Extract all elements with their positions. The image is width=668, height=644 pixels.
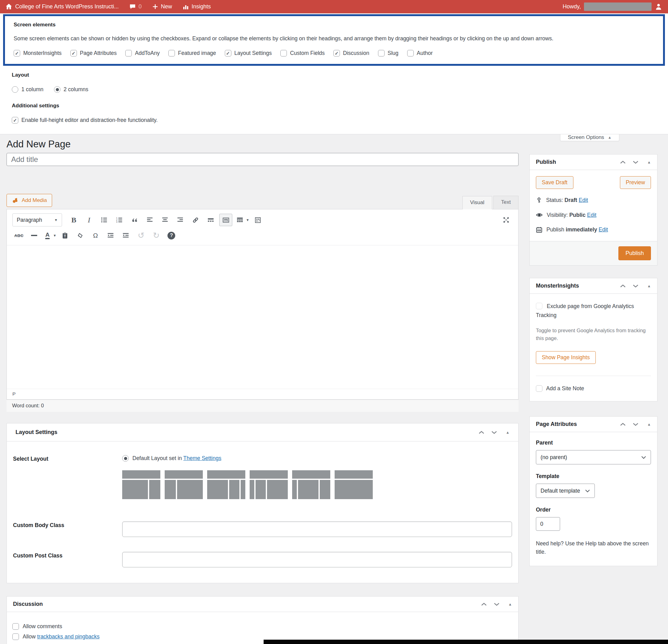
text-color-button[interactable]: A ▼ [43,229,57,242]
move-up-icon[interactable] [620,422,626,426]
outdent-icon[interactable] [104,229,117,242]
numbered-list-icon[interactable]: 123 [113,214,126,226]
word-count-bar: Word count: 0 [6,400,518,412]
screen-element-checkbox[interactable]: Custom Fields [280,50,325,57]
toggle-panel-icon[interactable]: ▲ [506,430,510,435]
move-up-icon[interactable] [620,284,626,288]
layout-thumbnail[interactable] [122,470,160,499]
discussion-title: Discussion [13,601,43,608]
bold-button[interactable]: B [67,214,80,226]
screen-element-checkbox[interactable]: Page Attributes [71,50,117,57]
publish-button[interactable]: Publish [618,246,651,260]
link-icon[interactable] [189,214,202,226]
layout-column-radio[interactable]: 1 column [12,86,43,93]
table-button[interactable]: ▼ [234,214,249,226]
layout-thumbnail[interactable] [207,470,245,499]
toolbar-toggle-icon[interactable] [219,214,232,226]
move-up-icon[interactable] [481,602,487,606]
layout-thumbnail[interactable] [292,470,330,499]
thumbnail-column-block [241,480,245,499]
toggle-panel-icon[interactable]: ▲ [647,160,651,164]
align-center-icon[interactable] [158,214,171,226]
screen-element-checkbox[interactable]: Author [407,50,433,57]
align-right-icon[interactable] [174,214,187,226]
preview-button[interactable]: Preview [620,176,651,189]
move-up-icon[interactable] [620,160,626,164]
fullheight-editor-checkbox[interactable]: Enable full-height editor and distractio… [12,117,157,123]
move-down-icon[interactable] [494,602,500,606]
layout-thumbnail[interactable] [335,470,373,499]
insights-menu[interactable]: Insights [183,3,211,10]
monsterinsights-header[interactable]: MonsterInsights ▲ [530,278,657,294]
strikethrough-icon[interactable]: ABC [12,229,26,242]
show-page-insights-button[interactable]: Show Page Insights [536,351,596,364]
default-layout-radio[interactable]: Default Layout set in Theme Settings [122,455,373,462]
blockquote-icon[interactable] [128,214,141,226]
order-input[interactable] [536,517,560,531]
parent-select[interactable]: (no parent) [536,450,651,464]
screen-element-checkbox[interactable]: Layout Settings [225,50,272,57]
allow-comments-checkbox[interactable]: Allow comments [12,623,513,630]
add-site-note-checkbox[interactable]: Add a Site Note [536,385,651,392]
edit-status-link[interactable]: Edit [579,197,588,203]
toggle-panel-icon[interactable]: ▲ [508,602,512,606]
special-character-icon[interactable]: Ω [89,229,102,242]
text-tab[interactable]: Text [494,196,518,209]
indent-icon[interactable] [119,229,133,242]
howdy-label[interactable]: Howdy, [563,3,581,10]
layout-settings-header[interactable]: Layout Settings ▲ [7,423,518,441]
publish-header[interactable]: Publish ▲ [530,154,657,170]
align-left-icon[interactable] [143,214,156,226]
discussion-header[interactable]: Discussion ▲ [7,597,518,612]
save-draft-button[interactable]: Save Draft [536,176,573,189]
read-more-tag-icon[interactable] [204,214,217,226]
help-icon[interactable]: ? [165,229,178,242]
template-select[interactable]: Default template [536,484,595,498]
page-attributes-header[interactable]: Page Attributes ▲ [530,417,657,432]
paragraph-format-select[interactable]: Paragraph ▼ [12,213,62,226]
toggle-panel-icon[interactable]: ▲ [647,284,651,288]
screen-element-checkbox[interactable]: AddToAny [125,50,160,57]
screen-element-checkbox[interactable]: Featured image [168,50,216,57]
clear-formatting-icon[interactable] [74,229,87,242]
undo-icon[interactable]: ↺ [135,229,148,242]
toggle-panel-icon[interactable]: ▲ [647,422,651,426]
move-down-icon[interactable] [633,422,639,426]
radio-icon [12,86,18,93]
paste-as-text-icon[interactable]: T [59,229,72,242]
horizontal-rule-icon[interactable] [28,229,41,242]
visual-tab[interactable]: Visual [462,196,492,209]
trackbacks-link[interactable]: trackbacks and pingbacks [37,633,100,640]
screen-element-checkbox[interactable]: MonsterInsights [14,50,62,57]
edit-schedule-link[interactable]: Edit [598,226,608,233]
exclude-tracking-checkbox[interactable]: Exclude page from Google Analytics Track… [536,303,634,318]
fullscreen-icon[interactable] [500,214,513,226]
editor-content-area[interactable] [7,245,518,389]
new-menu[interactable]: New [152,3,172,10]
title-input[interactable] [6,153,518,166]
allow-trackbacks-checkbox[interactable]: Allow trackbacks and pingbacks [12,633,513,640]
editor-element-path[interactable]: P [7,389,518,399]
custom-body-class-input[interactable] [122,522,512,537]
italic-button[interactable]: I [82,214,95,226]
layout-column-radio[interactable]: 2 columns [54,86,88,93]
custom-post-class-input[interactable] [122,552,512,567]
bulleted-list-icon[interactable] [98,214,111,226]
screen-element-checkbox[interactable]: Discussion [333,50,369,57]
layout-thumbnail[interactable] [249,470,288,499]
comments-menu[interactable]: 0 [129,3,142,10]
redo-icon[interactable]: ↻ [150,229,163,242]
insert-element-icon[interactable] [252,214,264,226]
theme-settings-link[interactable]: Theme Settings [183,455,222,461]
move-down-icon[interactable] [633,160,639,164]
add-media-button[interactable]: Add Media [6,194,52,207]
move-down-icon[interactable] [633,284,639,288]
user-avatar-icon[interactable] [655,3,663,11]
edit-visibility-link[interactable]: Edit [587,212,596,218]
layout-thumbnail[interactable] [165,470,203,499]
home-icon[interactable] [5,3,12,10]
move-down-icon[interactable] [491,431,497,434]
screen-element-checkbox[interactable]: Slug [378,50,398,57]
move-up-icon[interactable] [479,431,484,434]
site-name[interactable]: College of Fine Arts WordPress Instructi… [15,3,119,10]
